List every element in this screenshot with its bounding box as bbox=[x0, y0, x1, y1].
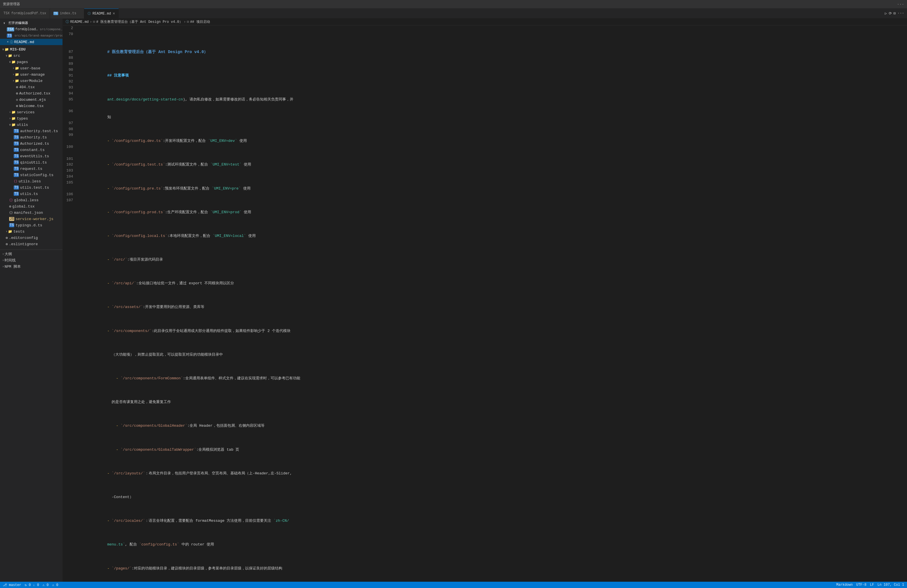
tab-close-readme[interactable]: × bbox=[113, 11, 115, 16]
file-utils-test[interactable]: TS utils.test.ts bbox=[0, 184, 62, 191]
ln-94: 94 bbox=[66, 91, 73, 97]
path-94: `/src/assets/` bbox=[112, 305, 143, 309]
file-eventutils[interactable]: TS eventUtils.ts bbox=[0, 153, 62, 159]
use-89: 使用 bbox=[241, 186, 251, 191]
file-service-worker[interactable]: JS service-worker.js bbox=[0, 216, 62, 222]
breadcrumb-info-icon: ⓘ bbox=[66, 19, 69, 24]
file-typings[interactable]: TS typings.d.ts bbox=[0, 222, 62, 228]
file-global-tsx[interactable]: ⚙ global.tsx bbox=[0, 203, 62, 210]
ts-icon-eventutils: TS bbox=[14, 154, 19, 158]
file-label-document: document.ejs bbox=[19, 98, 46, 102]
title-bar-menu[interactable]: ··· bbox=[897, 2, 904, 6]
open-file-formUploadPdf[interactable]: TSX formUploadPdf.tsx src/components/... bbox=[0, 26, 62, 32]
file-editorconfig[interactable]: ⚙ .editorconfig bbox=[0, 235, 62, 241]
file-label-authority: authority.ts bbox=[20, 135, 47, 139]
ln-blank3 bbox=[66, 103, 73, 109]
open-file-readme[interactable]: × ⓘ README.md bbox=[0, 39, 62, 45]
ln-104: 104 bbox=[66, 174, 73, 180]
file-welcome[interactable]: ⚙ Welcome.tsx bbox=[0, 103, 62, 109]
breadcrumb-h1[interactable]: # 医生教育管理后台（基于 Ant Design Pro v4.0） bbox=[96, 19, 183, 24]
folder-tests[interactable]: › 📁 tests bbox=[0, 228, 62, 235]
tab-readme[interactable]: ⓘ README.md × bbox=[84, 8, 119, 19]
code-line-90: - `/config/config.prod.ts`:生产环境配置文件，配合 `… bbox=[80, 203, 904, 210]
status-errors[interactable]: ⚠ 0 bbox=[43, 583, 49, 587]
use-91: 使用 bbox=[246, 234, 256, 238]
desc-98: :全局模拟浏览器 tab 页 bbox=[196, 447, 239, 452]
sidebar-outline[interactable]: › 大纲 bbox=[0, 251, 62, 257]
folder-services[interactable]: › 📁 services bbox=[0, 109, 62, 115]
ln-blank5 bbox=[66, 138, 73, 144]
breadcrumb-sep1: › bbox=[90, 20, 92, 24]
gear-icon-404: ⚙ bbox=[16, 85, 18, 89]
close-readme-icon[interactable]: × bbox=[7, 40, 9, 44]
code-line-97: - `/src/components/GlobalHeader`:全局 Head… bbox=[80, 417, 904, 423]
folder-types[interactable]: › 📁 types bbox=[0, 115, 62, 122]
status-warnings[interactable]: ⚠ 0 bbox=[52, 583, 59, 587]
folder-mis-edu[interactable]: ∨ 📁 MIS-EDU bbox=[0, 46, 62, 53]
folder-utils[interactable]: ∨ 📁 utils bbox=[0, 122, 62, 128]
ln-93: 93 bbox=[66, 85, 73, 91]
ln-102: 102 bbox=[66, 162, 73, 168]
desc-91: :本地环境配置文件，配合 bbox=[167, 234, 213, 238]
split-icon[interactable]: ⊟ bbox=[894, 11, 896, 16]
status-cursor[interactable]: Ln 107, Col 1 bbox=[877, 583, 904, 587]
path-97: `/src/components/GlobalHeader` bbox=[120, 424, 187, 428]
file-label-global-tsx: global.tsx bbox=[12, 204, 35, 209]
gear-icon-welcome: ⚙ bbox=[16, 104, 18, 108]
file-manifest[interactable]: {} manifest.json bbox=[0, 210, 62, 216]
folder-icon-tests: 📁 bbox=[8, 229, 12, 234]
breadcrumb-h2[interactable]: ## 项目启动 bbox=[190, 19, 210, 24]
file-utils-less[interactable]: {} utils.less bbox=[0, 178, 62, 184]
sidebar-timeline[interactable]: › 时间线 bbox=[0, 257, 62, 263]
outline-label: 大纲 bbox=[5, 252, 12, 256]
run-icon[interactable]: ▷ bbox=[885, 11, 887, 16]
folder-user-manage[interactable]: › 📁 user-manage bbox=[0, 71, 62, 78]
folder-user-base[interactable]: › 📁 user-base bbox=[0, 65, 62, 71]
file-authority[interactable]: TS authority.ts bbox=[0, 134, 62, 141]
file-eslintignore[interactable]: ⚙ .eslintignore bbox=[0, 241, 62, 247]
file-staticconfig[interactable]: TS staticConfig.ts bbox=[0, 172, 62, 178]
sidebar-npm[interactable]: › NPM 脚本 bbox=[0, 263, 62, 270]
status-encoding[interactable]: UTF-8 bbox=[856, 583, 867, 587]
code-line-88: - `/config/config.test.ts`:测试环境配置文件，配合 `… bbox=[80, 156, 904, 162]
ln-105: 105 bbox=[66, 180, 73, 186]
breadcrumb-readme[interactable]: README.md bbox=[70, 20, 89, 24]
file-document[interactable]: ◇ document.ejs bbox=[0, 96, 62, 103]
file-authorized-ts[interactable]: TS Authorized.ts bbox=[0, 141, 62, 147]
bullet-90: - bbox=[107, 210, 112, 215]
path-95: `/src/components/` bbox=[112, 329, 152, 333]
folder-usermodule[interactable]: › 📁 userModule bbox=[0, 78, 62, 84]
zhcn-100: `zh-CN/ bbox=[273, 519, 289, 523]
code-content[interactable]: 2 70 87 88 89 90 91 92 93 94 95 96 bbox=[63, 26, 907, 582]
file-authorized[interactable]: ⚙ Authorized.tsx bbox=[0, 90, 62, 96]
open-file-index[interactable]: TS index.ts src/api/brand-manager/prod..… bbox=[0, 32, 62, 39]
chevron-timeline: › bbox=[2, 259, 4, 262]
menu-100: menu.ts` bbox=[107, 542, 125, 546]
file-label-404: 404.tsx bbox=[19, 85, 35, 89]
file-global-less[interactable]: {} global.less bbox=[0, 197, 62, 203]
file-label-staticconfig: staticConfig.ts bbox=[20, 173, 53, 177]
file-authority-test[interactable]: TS authority.test.ts bbox=[0, 128, 62, 134]
file-404[interactable]: ⚙ 404.tsx bbox=[0, 84, 62, 90]
ts-icon-qiniuutil: TS bbox=[14, 160, 19, 164]
tab-index[interactable]: TS index.ts bbox=[50, 8, 84, 19]
config-icon-eslint: ⚙ bbox=[6, 242, 8, 246]
tab-bar: TSX formUploadPdf.tsx TS index.ts ⓘ READ… bbox=[0, 8, 907, 19]
more-icon[interactable]: ··· bbox=[897, 11, 904, 16]
file-qiniuutil[interactable]: TS qiniuUtil.ts bbox=[0, 159, 62, 165]
status-line-ending[interactable]: LF bbox=[870, 583, 874, 587]
tab-formUploadPdf[interactable]: TSX formUploadPdf.tsx bbox=[0, 8, 50, 19]
folder-src[interactable]: ∨ 📁 src bbox=[0, 53, 62, 59]
status-language[interactable]: Markdown bbox=[836, 583, 853, 587]
status-sync[interactable]: ↻ 0 ↓ 0 bbox=[24, 583, 39, 587]
folder-label-usermodule: userModule bbox=[20, 79, 43, 83]
file-constant[interactable]: TS constant.ts bbox=[0, 147, 62, 153]
code-line-101: - `/pages/`:对应的功能模块目录，建议模块的目录层级，参考菜单的目录层… bbox=[80, 560, 904, 566]
ts-icon-authority-test: TS bbox=[14, 129, 19, 133]
debug-icon[interactable]: ⟳ bbox=[889, 11, 892, 16]
folder-pages[interactable]: ∨ 📁 pages bbox=[0, 59, 62, 65]
file-request[interactable]: TS request.ts bbox=[0, 165, 62, 172]
status-branch[interactable]: ⎇ master bbox=[3, 583, 21, 587]
path-90: `/config/config.prod.ts` bbox=[112, 210, 165, 215]
file-utils-ts[interactable]: TS utils.ts bbox=[0, 191, 62, 197]
